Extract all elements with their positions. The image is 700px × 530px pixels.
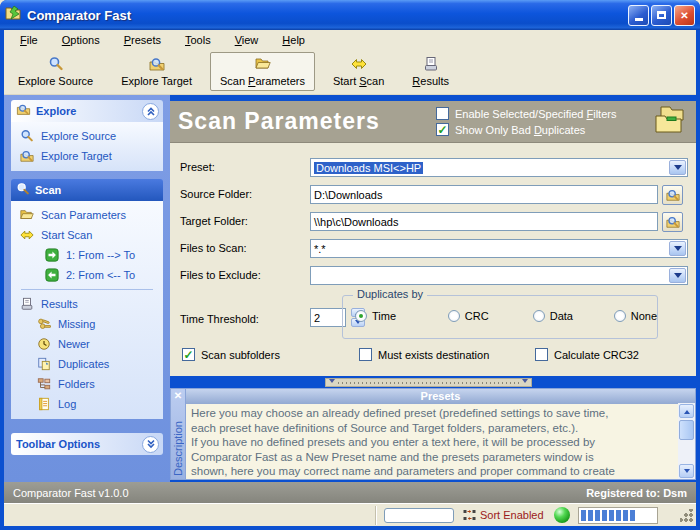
toolbar-start-scan-button[interactable]: Start Scan	[323, 52, 394, 91]
calculate-crc32-checkbox[interactable]: ✓ Calculate CRC32	[535, 348, 639, 361]
sidebar-section-explore[interactable]: Explore	[11, 100, 163, 122]
must-exists-destination-checkbox[interactable]: ✓ Must exists destination	[359, 348, 489, 361]
source-browse-button[interactable]	[662, 185, 683, 205]
checkbox-box[interactable]: ✓	[359, 348, 372, 361]
status-pane-empty	[4, 506, 376, 525]
main-panel-header: Scan Parameters ✓ Enable Selected/Specif…	[170, 101, 696, 143]
toolbar: Explore Source Explore Target Scan Param…	[4, 50, 696, 95]
resize-grip[interactable]	[680, 509, 693, 522]
chevron-down-icon[interactable]	[669, 160, 686, 175]
menu-view[interactable]: View	[227, 32, 267, 48]
enable-filters-checkbox[interactable]: ✓ Enable Selected/Specified Filters	[436, 107, 654, 120]
progress-bar	[384, 508, 454, 523]
target-browse-button[interactable]	[662, 212, 683, 232]
sidebar-item-to-from[interactable]: 2: From <-- To	[15, 265, 161, 285]
radio-button[interactable]	[614, 310, 626, 322]
radio-time[interactable]: Time	[355, 310, 448, 322]
sidebar-item-start-scan[interactable]: Start Scan	[15, 225, 161, 245]
sidebar-item-explore-source[interactable]: Explore Source	[15, 126, 161, 146]
sidebar-item-explore-target[interactable]: Explore Target	[15, 146, 161, 166]
sidebar-item-folders[interactable]: Folders	[15, 374, 161, 394]
tree-icon	[35, 377, 52, 391]
radio-button[interactable]	[448, 310, 460, 322]
splitter-arrow-icon[interactable]	[329, 379, 335, 386]
sidebar-item-missing[interactable]: Missing	[15, 314, 161, 334]
checkbox-box[interactable]: ✓	[182, 348, 195, 361]
scroll-down-icon[interactable]	[679, 464, 694, 478]
checkbox-box[interactable]: ✓	[535, 348, 548, 361]
show-bad-duplicates-checkbox[interactable]: ✓ Show Only Bad Duplicates	[436, 123, 654, 136]
radio-data[interactable]: Data	[533, 310, 614, 322]
expand-chevron-icon[interactable]	[142, 436, 159, 453]
toolbar-results-button[interactable]: Results	[402, 52, 459, 91]
radio-crc[interactable]: CRC	[448, 310, 533, 322]
collapse-chevron-icon[interactable]	[142, 103, 159, 120]
scan-subfolders-checkbox[interactable]: ✓ Scan subfolders	[182, 348, 280, 361]
menu-help[interactable]: Help	[274, 32, 313, 48]
sidebar-section-scan[interactable]: Scan	[11, 179, 163, 201]
files-to-scan-label: Files to Scan:	[180, 242, 247, 254]
menu-file[interactable]: File	[12, 32, 46, 48]
target-folder-input[interactable]: \\hp\c\Downloads	[310, 212, 658, 231]
close-icon[interactable]: ✕	[174, 389, 182, 402]
maximize-button[interactable]	[651, 5, 672, 26]
scan-parameters-form: Preset: Downloads MSI<>HP Source Folder:…	[170, 143, 696, 376]
sidebar-item-log[interactable]: Log	[15, 394, 161, 414]
preset-label: Preset:	[180, 161, 215, 173]
page-title: Scan Parameters	[178, 108, 436, 135]
time-threshold-input[interactable]: 2	[310, 308, 346, 327]
menu-options[interactable]: Options	[54, 32, 108, 48]
description-text: Here you may choose an already defined p…	[186, 404, 695, 479]
sidebar-item-scan-parameters[interactable]: Scan Parameters	[15, 205, 161, 225]
checkbox-box[interactable]: ✓	[436, 107, 449, 120]
window-title: Comparator Fast	[27, 8, 626, 23]
keys-icon	[35, 317, 52, 331]
arrow-left-icon	[43, 268, 60, 282]
menu-presets[interactable]: Presets	[116, 32, 169, 48]
activity-indicator	[578, 507, 658, 524]
panel-splitter[interactable]	[325, 378, 532, 387]
arrow-right-icon	[43, 248, 60, 262]
preset-combobox[interactable]: Downloads MSI<>HP	[310, 158, 688, 177]
toolbar-scan-parameters-button[interactable]: Scan Parameters	[210, 52, 315, 91]
double-arrow-icon	[18, 228, 35, 242]
app-icon	[5, 5, 21, 25]
sidebar-item-results[interactable]: Results	[15, 294, 161, 314]
double-arrow-icon	[351, 56, 367, 72]
minimize-button[interactable]	[628, 5, 649, 26]
splitter-arrow-icon[interactable]	[522, 379, 528, 386]
radio-none[interactable]: None	[614, 310, 657, 322]
chevron-down-icon[interactable]	[669, 268, 686, 283]
search-icon	[16, 182, 30, 198]
radio-button[interactable]	[533, 310, 545, 322]
scrollbar-thumb[interactable]	[679, 420, 694, 440]
files-to-exclude-combobox[interactable]	[310, 266, 688, 285]
sidebar-item-newer[interactable]: Newer	[15, 334, 161, 354]
radio-label: Data	[550, 310, 573, 322]
files-to-scan-combobox[interactable]: *.*	[310, 239, 688, 258]
sidebar-item-duplicates[interactable]: Duplicates	[15, 354, 161, 374]
time-threshold-label: Time Threshold:	[180, 313, 259, 325]
description-tab[interactable]: ✕ Description	[170, 388, 186, 480]
toolbar-explore-target-button[interactable]: Explore Target	[111, 52, 202, 91]
copy-icon	[35, 357, 52, 371]
app-version-text: Comparator Fast v1.0.0	[13, 487, 586, 499]
checkbox-box[interactable]: ✓	[436, 123, 449, 136]
description-title: Presets	[186, 389, 695, 404]
menu-bar: File Options Presets Tools View Help	[4, 30, 696, 50]
toolbar-explore-source-button[interactable]: Explore Source	[8, 52, 103, 91]
scroll-up-icon[interactable]	[679, 404, 694, 418]
search-icon	[18, 129, 35, 143]
description-scrollbar[interactable]	[678, 403, 695, 479]
description-panel: ✕ Description Presets Here you may choos…	[170, 388, 696, 480]
radio-button[interactable]	[355, 310, 367, 322]
title-bar: Comparator Fast ✕	[0, 0, 700, 30]
sidebar-section-toolbar-options[interactable]: Toolbar Options	[11, 433, 163, 455]
search-icon	[48, 56, 64, 72]
report-icon	[423, 56, 439, 72]
close-button[interactable]: ✕	[674, 5, 695, 26]
sidebar-item-from-to[interactable]: 1: From --> To	[15, 245, 161, 265]
chevron-down-icon[interactable]	[669, 241, 686, 256]
menu-tools[interactable]: Tools	[177, 32, 219, 48]
source-folder-input[interactable]: D:\Downloads	[310, 185, 658, 204]
